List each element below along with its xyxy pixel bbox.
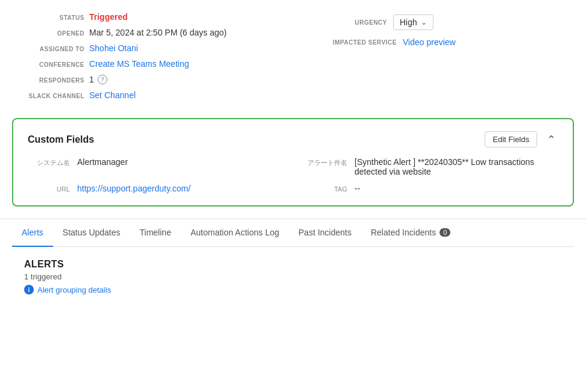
tab-alerts[interactable]: Alerts xyxy=(12,219,53,247)
responders-help-icon[interactable]: ? xyxy=(98,75,107,84)
urgency-dropdown[interactable]: High ⌄ xyxy=(393,14,433,30)
impacted-service-row: IMPACTED SERVICE Video preview xyxy=(333,37,562,47)
tab-alerts-label: Alerts xyxy=(22,228,43,237)
responders-content: 1 ? xyxy=(89,75,107,84)
related-incidents-badge: 0 xyxy=(440,228,450,237)
field-label-tag: TAG xyxy=(305,185,347,193)
tab-past-incidents[interactable]: Past Incidents xyxy=(289,219,361,247)
info-section: STATUS Triggered OPENED Mar 5, 2024 at 2… xyxy=(0,0,586,112)
tab-related-incidents[interactable]: Related Incidents 0 xyxy=(361,219,460,247)
edit-fields-button[interactable]: Edit Fields xyxy=(485,131,537,148)
field-value-alert-subject: [Synthetic Alert ] **20240305** Low tran… xyxy=(354,157,558,176)
conference-value[interactable]: Create MS Teams Meeting xyxy=(89,59,189,69)
assigned-to-row: ASSIGNED TO Shohei Otani xyxy=(24,43,333,53)
alert-grouping-row: i Alert grouping details xyxy=(24,285,562,294)
field-row-system-name: システム名 Alertmanager xyxy=(28,157,281,176)
urgency-value: High xyxy=(400,17,417,27)
conference-row: CONFERENCE Create MS Teams Meeting xyxy=(24,59,333,69)
info-circle-icon: i xyxy=(24,285,34,294)
info-right: URGENCY High ⌄ IMPACTED SERVICE Video pr… xyxy=(333,12,562,100)
page-wrapper: STATUS Triggered OPENED Mar 5, 2024 at 2… xyxy=(0,0,586,392)
tab-timeline[interactable]: Timeline xyxy=(130,219,181,247)
responders-row: RESPONDERS 1 ? xyxy=(24,75,333,84)
urgency-label: URGENCY xyxy=(333,19,387,26)
info-left: STATUS Triggered OPENED Mar 5, 2024 at 2… xyxy=(24,12,333,100)
field-value-tag: -- xyxy=(354,184,360,193)
assigned-to-value[interactable]: Shohei Otani xyxy=(89,43,138,53)
field-label-alert-subject: アラート件名 xyxy=(305,158,347,167)
tab-automation-actions-log-label: Automation Actions Log xyxy=(191,228,279,237)
field-label-system-name: システム名 xyxy=(28,158,70,167)
tab-status-updates[interactable]: Status Updates xyxy=(53,219,130,247)
custom-fields-section: Custom Fields Edit Fields ⌃ システム名 Alertm… xyxy=(12,118,574,207)
custom-fields-title: Custom Fields xyxy=(28,134,94,145)
field-row-tag: TAG -- xyxy=(305,184,558,193)
opened-label: OPENED xyxy=(24,30,84,37)
alert-grouping-link[interactable]: Alert grouping details xyxy=(37,285,111,294)
responders-count: 1 xyxy=(89,75,94,84)
impacted-service-value[interactable]: Video preview xyxy=(403,37,456,47)
urgency-row: URGENCY High ⌄ xyxy=(333,14,562,30)
slack-channel-row: SLACK CHANNEL Set Channel xyxy=(24,90,333,100)
chevron-down-icon: ⌄ xyxy=(421,18,427,26)
tabs-nav: Alerts Status Updates Timeline Automatio… xyxy=(12,219,574,247)
field-row-url: URL https://support.pagerduty.com/ xyxy=(28,184,281,193)
responders-label: RESPONDERS xyxy=(24,77,84,84)
tabs-section: Alerts Status Updates Timeline Automatio… xyxy=(0,219,586,306)
custom-fields-header: Custom Fields Edit Fields ⌃ xyxy=(28,131,558,148)
field-label-url: URL xyxy=(28,185,70,193)
slack-channel-value[interactable]: Set Channel xyxy=(89,90,136,100)
status-row: STATUS Triggered xyxy=(24,12,333,22)
assigned-to-label: ASSIGNED TO xyxy=(24,46,84,52)
slack-channel-label: SLACK CHANNEL xyxy=(24,93,84,99)
alerts-body: ALERTS 1 triggered i Alert grouping deta… xyxy=(12,247,574,306)
tab-timeline-label: Timeline xyxy=(140,228,171,237)
conference-label: CONFERENCE xyxy=(24,61,84,68)
opened-value: Mar 5, 2024 at 2:50 PM (6 days ago) xyxy=(89,28,227,37)
tab-past-incidents-label: Past Incidents xyxy=(298,228,351,237)
field-value-system-name: Alertmanager xyxy=(77,157,128,167)
collapse-button[interactable]: ⌃ xyxy=(544,133,558,146)
opened-row: OPENED Mar 5, 2024 at 2:50 PM (6 days ag… xyxy=(24,28,333,37)
tab-related-incidents-label: Related Incidents xyxy=(371,228,436,237)
field-value-url[interactable]: https://support.pagerduty.com/ xyxy=(77,184,191,193)
tab-automation-actions-log[interactable]: Automation Actions Log xyxy=(181,219,289,247)
impacted-service-label: IMPACTED SERVICE xyxy=(333,39,397,46)
status-label: STATUS xyxy=(24,14,84,21)
custom-fields-grid: システム名 Alertmanager アラート件名 [Synthetic Ale… xyxy=(28,157,558,193)
header-actions: Edit Fields ⌃ xyxy=(485,131,558,148)
tab-status-updates-label: Status Updates xyxy=(63,228,121,237)
status-value: Triggered xyxy=(89,12,128,22)
alerts-title: ALERTS xyxy=(24,259,562,270)
field-row-alert-subject: アラート件名 [Synthetic Alert ] **20240305** L… xyxy=(305,157,558,176)
alerts-subtitle: 1 triggered xyxy=(24,272,562,281)
